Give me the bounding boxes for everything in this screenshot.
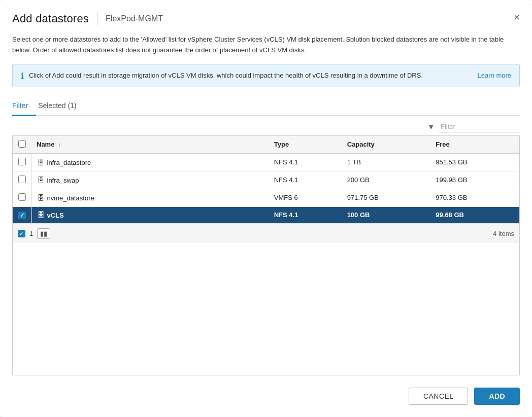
close-button[interactable]: × [512,10,522,24]
capacity-column-header[interactable]: Capacity [342,136,431,154]
dialog-subtitle: FlexPod-MGMT [106,14,163,23]
name-column-header[interactable]: Name ↑ [31,136,269,154]
row-free: 199.98 GB [430,171,519,189]
tab-filter[interactable]: Filter [12,97,36,116]
selected-count: 1 [29,230,33,237]
info-icon: ℹ [21,71,24,81]
datastore-icon: 🗄 [37,194,44,202]
row-type: NFS 4.1 [269,171,342,189]
header-divider [97,12,97,25]
sort-arrow-icon: ↑ [58,142,61,148]
datastore-icon: 🗄 [37,158,44,166]
filter-row: ▼ [12,116,520,135]
row-checkbox[interactable] [18,176,26,183]
row-free: 951.53 GB [430,153,519,171]
dialog-actions: CANCEL ADD [12,388,520,405]
table-row[interactable]: 🗄nvme_datastoreVMFS 6971.75 GB970.33 GB [13,189,519,206]
row-capacity: 200 GB [342,171,431,189]
datastore-icon: 🗄 [37,211,44,219]
row-name-text: infra_swap [47,177,79,184]
row-checkbox-cell: ✓ [13,206,31,223]
row-type: NFS 4.1 [269,206,342,223]
row-name-text: infra_datastore [47,159,91,166]
add-button[interactable]: ADD [474,388,520,405]
table-row[interactable]: ✓🗄vCLSNFS 4.1100 GB99.68 GB [13,206,519,223]
tabs-bar: Filter Selected (1) [12,97,520,116]
row-checkbox-cell [13,189,31,206]
datastore-icon: 🗄 [37,176,44,184]
row-type: VMFS 6 [269,189,342,206]
dialog-description: Select one or more datastores to add to … [12,34,520,56]
column-toggle-button[interactable]: ▮▮ [37,228,50,239]
filter-input[interactable] [439,121,520,132]
row-name-text: nvme_datastore [47,194,94,202]
row-checkbox[interactable]: ✓ [18,212,26,219]
select-all-header [13,136,31,154]
filter-icon: ▼ [427,123,435,131]
row-free: 970.33 GB [430,189,519,206]
datastore-table-wrap: Name ↑ Type Capacity Free 🗄infra_datasto… [12,135,520,375]
row-free: 99.68 GB [430,206,519,223]
selected-count-checkbox[interactable]: ✓ [18,230,25,237]
datastore-table: Name ↑ Type Capacity Free 🗄infra_datasto… [13,136,519,224]
row-name: 🗄vCLS [31,206,269,223]
dialog-title: Add datastores [12,12,89,25]
row-checkbox-cell [13,153,31,171]
table-footer: ✓ 1 ▮▮ 4 items [13,224,519,243]
table-row[interactable]: 🗄infra_swapNFS 4.1200 GB199.98 GB [13,171,519,189]
row-name: 🗄infra_swap [31,171,269,189]
row-name-text: vCLS [47,212,64,219]
row-name: 🗄nvme_datastore [31,189,269,206]
cancel-button[interactable]: CANCEL [409,388,468,405]
row-capacity: 100 GB [342,206,431,223]
row-checkbox-cell [13,171,31,189]
tab-selected[interactable]: Selected (1) [36,97,84,116]
row-type: NFS 4.1 [269,153,342,171]
banner-text: Click of Add could result in storage mig… [29,71,469,81]
info-banner: ℹ Click of Add could result in storage m… [12,64,520,87]
row-capacity: 971.75 GB [342,189,431,206]
free-column-header[interactable]: Free [430,136,519,154]
dialog-header: Add datastores FlexPod-MGMT × [12,12,520,25]
footer-left: ✓ 1 ▮▮ [18,228,50,239]
add-datastores-dialog: Add datastores FlexPod-MGMT × Select one… [0,0,532,417]
row-name: 🗄infra_datastore [31,153,269,171]
row-capacity: 1 TB [342,153,431,171]
learn-more-link[interactable]: Learn more [478,72,511,79]
table-row[interactable]: 🗄infra_datastoreNFS 4.11 TB951.53 GB [13,153,519,171]
items-count: 4 items [493,230,514,237]
type-column-header[interactable]: Type [269,136,342,154]
select-all-checkbox[interactable] [18,140,26,148]
row-checkbox[interactable] [18,158,26,165]
row-checkbox[interactable] [18,193,26,201]
